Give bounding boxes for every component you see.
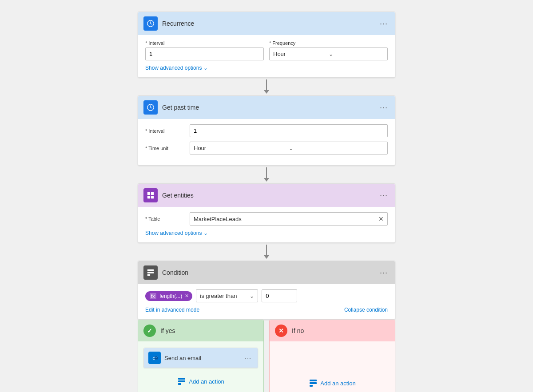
if-yes-add-action-label: Add an action [189,378,224,385]
svg-rect-20 [178,383,181,385]
add-action-icon-2 [309,379,318,388]
condition-operator-select[interactable]: is greater than ⌄ [196,289,258,302]
condition-value-input[interactable] [262,289,297,302]
svg-rect-6 [147,192,150,195]
edit-advanced-link[interactable]: Edit in advanced mode [145,307,199,313]
condition-expression-row: fx length(...) ✕ is greater than ⌄ [145,289,388,302]
gpt-timeunit-chevron: ⌄ [289,145,384,151]
get-past-time-menu[interactable]: ··· [378,103,390,112]
recurrence-icon [143,16,158,31]
connector-2 [264,166,269,183]
collapse-condition-link[interactable]: Collapse condition [344,307,388,313]
get-past-time-title: Get past time [162,104,378,111]
if-no-add-action-label: Add an action [320,380,356,387]
gpt-timeunit-value: Hour [194,145,289,151]
condition-operator-value: is greater than [200,293,237,299]
condition-body: fx length(...) ✕ is greater than ⌄ Edit … [138,284,395,319]
condition-card: Condition ··· fx length(...) ✕ is greate… [138,261,395,320]
svg-rect-8 [147,196,150,198]
gpt-interval-label: * Interval [145,128,190,134]
clock-icon-2 [147,103,155,111]
svg-rect-10 [147,269,154,271]
arrow-line-1 [266,79,267,90]
gpt-timeunit-group: * Time unit Hour ⌄ [145,142,388,154]
token-close-btn[interactable]: ✕ [185,293,189,299]
svg-rect-11 [147,272,154,273]
if-yes-add-action[interactable]: Add an action [143,372,258,390]
send-email-icon: O [148,352,161,364]
token-label: length(...) [160,293,183,299]
condition-menu[interactable]: ··· [378,268,390,277]
table-input[interactable]: MarketPlaceLeads ✕ [190,212,388,226]
send-email-title: Send an email [164,355,243,361]
bottom-split: ✓ If yes O [138,320,395,392]
get-past-time-body: * Interval * Time unit Hour ⌄ [138,119,395,165]
if-no-add-action[interactable]: Add an action [275,374,390,392]
get-entities-body: * Table MarketPlaceLeads ✕ Show advanced… [138,207,395,242]
recurrence-header: Recurrence ··· [138,12,395,35]
get-entities-header: Get entities ··· [138,184,395,207]
if-yes-check-icon: ✓ [143,325,156,337]
svg-rect-19 [178,380,185,382]
get-entities-card: Get entities ··· * Table MarketPlaceLead… [138,183,395,243]
frequency-select[interactable]: Hour ⌄ [269,48,388,60]
table-value: MarketPlaceLeads [194,216,242,222]
arrow-head-1 [264,90,269,94]
arrow-head-2 [264,178,269,182]
recurrence-body: * Interval * Frequency Hour ⌄ Show advan… [138,35,395,77]
get-past-time-card: Get past time ··· * Interval * Time unit… [138,95,395,166]
arrow-line-2 [266,167,267,178]
recurrence-fields-row: * Interval * Frequency Hour ⌄ [145,40,388,60]
get-entities-icon [143,188,158,202]
if-no-header: ✕ If no [270,320,395,341]
if-no-panel: ✕ If no Add an action [269,320,395,392]
send-email-menu[interactable]: ··· [243,354,253,361]
if-yes-label: If yes [160,327,175,334]
interval-group: * Interval [145,40,264,60]
gpt-timeunit-wrap: Hour ⌄ [190,142,388,154]
if-yes-header: ✓ If yes [138,320,263,341]
get-entities-title: Get entities [162,192,378,199]
get-past-time-icon [143,100,158,115]
gpt-interval-input[interactable] [190,124,388,137]
fx-icon: fx [150,293,156,299]
recurrence-show-advanced[interactable]: Show advanced options ⌄ [145,65,388,71]
entities-show-advanced[interactable]: Show advanced options ⌄ [145,230,388,236]
send-email-card: O Send an email ··· [143,348,258,368]
outlook-icon: O [151,354,159,362]
table-input-wrap: MarketPlaceLeads ✕ [190,212,388,226]
send-email-header: O Send an email ··· [144,348,258,368]
svg-rect-21 [310,380,317,381]
connector-1 [264,78,269,95]
svg-rect-23 [310,385,313,387]
gpt-interval-group: * Interval [145,124,388,137]
gpt-timeunit-select[interactable]: Hour ⌄ [190,142,388,154]
if-no-body: Add an action [270,341,395,392]
condition-icon [143,265,158,280]
grid-icon [147,191,155,199]
svg-rect-9 [151,196,154,198]
interval-input[interactable] [145,48,264,60]
svg-rect-12 [147,274,150,276]
table-group: * Table MarketPlaceLeads ✕ [145,212,388,226]
get-past-time-header: Get past time ··· [138,96,395,119]
condition-token[interactable]: fx length(...) ✕ [145,291,192,301]
condition-links-row: Edit in advanced mode Collapse condition [145,307,388,313]
clock-icon [147,20,155,28]
recurrence-menu[interactable]: ··· [378,19,390,28]
recurrence-title: Recurrence [162,20,378,27]
condition-operator-chevron: ⌄ [250,293,254,299]
get-entities-menu[interactable]: ··· [378,191,390,200]
if-yes-panel: ✓ If yes O [138,320,264,392]
table-clear-btn[interactable]: ✕ [378,215,384,222]
condition-title: Condition [162,269,378,276]
connector-3 [264,243,269,261]
if-no-label: If no [292,327,304,334]
condition-table-icon [147,269,155,277]
if-yes-body: O Send an email ··· [138,341,263,392]
gpt-timeunit-label: * Time unit [145,146,190,151]
if-no-x-icon: ✕ [275,325,287,337]
frequency-chevron: ⌄ [329,51,384,57]
svg-rect-18 [178,378,185,380]
arrow-line-3 [266,245,267,255]
